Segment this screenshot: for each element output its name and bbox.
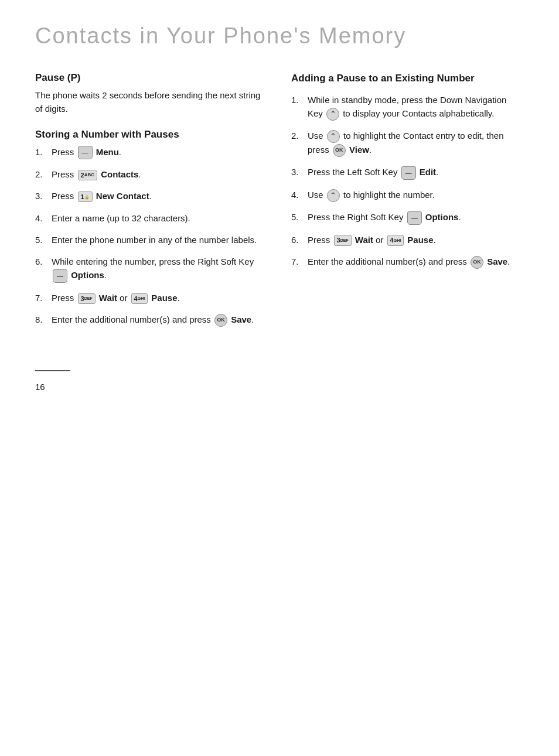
step-num-7: 7. (35, 291, 48, 305)
right-step-num-4: 4. (291, 188, 304, 201)
step-content-5: Enter the phone number in any of the num… (52, 233, 268, 247)
pause-title: Pause (P) (35, 72, 268, 84)
right-step-content-7: Enter the additional number(s) and press… (308, 255, 524, 269)
step-content-4: Enter a name (up to 32 characters). (52, 211, 268, 225)
right-step-content-2: Use ⌃ to highlight the Contact entry to … (308, 129, 524, 157)
storing-step-2: 2. Press 2ABC Contacts. (35, 167, 268, 181)
step-num-5: 5. (35, 233, 48, 247)
storing-step-8: 8. Enter the additional number(s) and pr… (35, 313, 268, 327)
page-footer (35, 370, 70, 377)
menu-softkey-icon: — (78, 146, 93, 159)
right-step-num-1: 1. (291, 93, 304, 107)
right-softkey-icon-5: — (407, 211, 422, 225)
4ghi-key-icon-left: 4GHI (131, 293, 148, 304)
step-num-1: 1. (35, 145, 48, 159)
nav-key-icon-2: ⌃ (327, 130, 340, 143)
right-step-content-1: While in standby mode, press the Down Na… (308, 93, 524, 121)
right-step-content-4: Use ⌃ to highlight the number. (308, 188, 524, 202)
right-step-content-5: Press the Right Soft Key — Options. (308, 210, 524, 225)
4ghi-key-icon-right: 4GHI (387, 235, 404, 245)
2abc-key-icon: 2ABC (78, 170, 97, 180)
adding-step-1: 1. While in standby mode, press the Down… (291, 93, 524, 121)
left-column: Pause (P) The phone waits 2 seconds befo… (35, 72, 268, 335)
page-number: 16 (35, 382, 524, 392)
step-content-7: Press 3DEF Wait or 4GHI Pause. (52, 291, 268, 305)
step-num-3: 3. (35, 189, 48, 203)
step-content-6: While entering the number, press the Rig… (52, 255, 268, 283)
storing-step-3: 3. Press 1🔒 New Contact. (35, 189, 268, 203)
right-softkey-icon-6: — (53, 269, 67, 283)
left-softkey-icon-3: — (401, 166, 416, 180)
storing-step-7: 7. Press 3DEF Wait or 4GHI Pause. (35, 291, 268, 305)
adding-step-4: 4. Use ⌃ to highlight the number. (291, 188, 524, 202)
1-key-icon: 1🔒 (78, 191, 93, 202)
ok-key-icon-2: OK (333, 144, 346, 157)
step-num-2: 2. (35, 167, 48, 181)
adding-step-5: 5. Press the Right Soft Key — Options. (291, 210, 524, 225)
storing-step-4: 4. Enter a name (up to 32 characters). (35, 211, 268, 225)
storing-step-1: 1. Press — Menu. (35, 145, 268, 160)
adding-step-2: 2. Use ⌃ to highlight the Contact entry … (291, 129, 524, 157)
right-step-num-5: 5. (291, 210, 304, 224)
right-step-num-7: 7. (291, 255, 304, 268)
storing-steps-list: 1. Press — Menu. 2. Press 2ABC Contacts.… (35, 145, 268, 327)
step-num-4: 4. (35, 211, 48, 225)
pause-description: The phone waits 2 seconds before sending… (35, 88, 268, 116)
adding-steps-list: 1. While in standby mode, press the Down… (291, 93, 524, 269)
nav-key-icon-1: ⌃ (326, 108, 339, 121)
storing-step-6: 6. While entering the number, press the … (35, 255, 268, 283)
step-num-8: 8. (35, 313, 48, 326)
right-step-content-6: Press 3DEF Wait or 4GHI Pause. (308, 233, 524, 247)
storing-title: Storing a Number with Pauses (35, 129, 268, 141)
storing-section: Storing a Number with Pauses 1. Press — … (35, 129, 268, 327)
pause-section: Pause (P) The phone waits 2 seconds befo… (35, 72, 268, 116)
step-num-6: 6. (35, 255, 48, 268)
page-title: Contacts in Your Phone's Memory (35, 23, 524, 49)
right-step-num-2: 2. (291, 129, 304, 142)
storing-step-5: 5. Enter the phone number in any of the … (35, 233, 268, 247)
3def-key-icon-left: 3DEF (78, 293, 96, 304)
right-column: Adding a Pause to an Existing Number 1. … (291, 72, 524, 335)
3def-key-icon-right: 3DEF (334, 235, 352, 245)
step-content-8: Enter the additional number(s) and press… (52, 313, 268, 327)
right-step-num-3: 3. (291, 165, 304, 179)
nav-key-icon-4: ⌃ (327, 189, 340, 202)
adding-step-6: 6. Press 3DEF Wait or 4GHI Pause. (291, 233, 524, 247)
ok-key-icon-left: OK (214, 314, 227, 327)
adding-step-7: 7. Enter the additional number(s) and pr… (291, 255, 524, 269)
ok-key-icon-7: OK (471, 256, 483, 269)
right-step-num-6: 6. (291, 233, 304, 247)
adding-step-3: 3. Press the Left Soft Key — Edit. (291, 165, 524, 180)
step-content-1: Press — Menu. (52, 145, 268, 160)
step-content-2: Press 2ABC Contacts. (52, 167, 268, 181)
content-area: Pause (P) The phone waits 2 seconds befo… (35, 72, 524, 335)
step-content-3: Press 1🔒 New Contact. (52, 189, 268, 203)
adding-title: Adding a Pause to an Existing Number (291, 72, 524, 85)
adding-section: Adding a Pause to an Existing Number 1. … (291, 72, 524, 269)
right-step-content-3: Press the Left Soft Key — Edit. (308, 165, 524, 180)
